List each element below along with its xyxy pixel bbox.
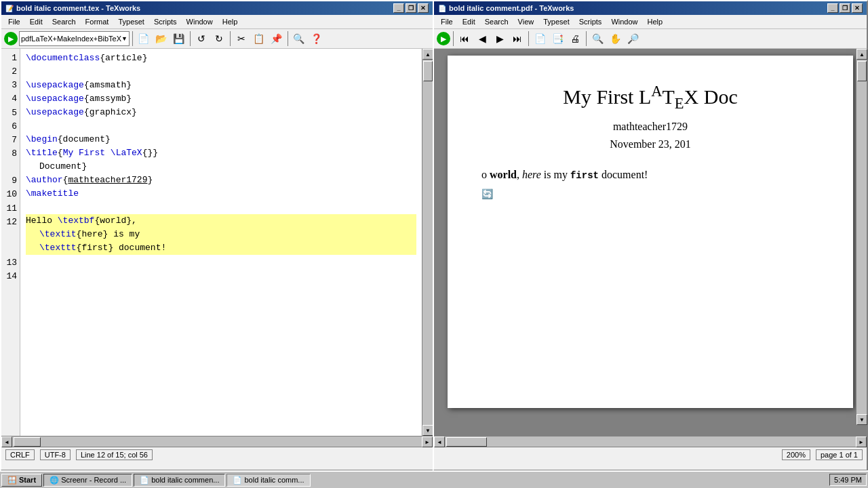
pdf-statusbar: 200% page 1 of 1 (434, 447, 867, 462)
pdf-doc-title: My First LATEX Doc (481, 83, 819, 113)
pdf-body-text: o world, here is my first document! (481, 167, 819, 183)
pdf-scroll-down[interactable]: ▼ (856, 414, 867, 425)
start-button[interactable]: 🪟 Start (1, 474, 42, 487)
pdf-restore-button[interactable]: ❐ (840, 3, 850, 13)
line-num-14: 14 (4, 270, 17, 283)
editor-status-charset: UTF-8 (40, 449, 71, 460)
pdf-next-page-button[interactable]: ▶ (492, 30, 508, 47)
code-line-14 (26, 268, 416, 282)
pdf-close-button[interactable]: ✕ (852, 3, 863, 13)
pdf-menu-view[interactable]: View (514, 16, 538, 27)
code-editor[interactable]: \documentclass{article} \usepackage{amsm… (20, 49, 422, 436)
pdf-scroll-up[interactable]: ▲ (856, 49, 867, 60)
taskbar-item-3[interactable]: 📄 bold italic comm... (226, 474, 310, 487)
editor-statusbar: CRLF UTF-8 Line 12 of 15; col 56 (1, 447, 433, 462)
editor-title: bold italic comment.tex - TeXworks (16, 4, 140, 12)
chevron-down-icon: ▼ (121, 35, 127, 42)
latex-A-char: A (651, 83, 662, 100)
editor-run-button[interactable]: ▶ (4, 32, 18, 45)
code-line-4: \usepackage{amssymb} (26, 92, 416, 106)
editor-redo-button[interactable]: ↻ (211, 30, 227, 47)
editor-new-button[interactable]: 📄 (136, 30, 152, 47)
pdf-first-page-button[interactable]: ⏮ (456, 30, 473, 47)
pdf-scroll-track (856, 60, 867, 414)
toolbar-sep-4 (288, 31, 288, 46)
editor-menu-help[interactable]: Help (218, 16, 242, 27)
pdf-titlebar-left: 📄 bold italic comment.pdf - TeXworks (438, 4, 574, 12)
pdf-hscroll-right[interactable]: ► (856, 436, 867, 447)
pdf-menu-typeset[interactable]: Typeset (539, 16, 574, 27)
editor-minimize-button[interactable]: _ (393, 3, 404, 13)
taskbar-item-2[interactable]: 📄 bold italic commen... (134, 474, 225, 487)
code-line-5: \usepackage{graphicx} (26, 106, 416, 119)
pdf-find-button[interactable]: 🔎 (625, 30, 641, 47)
editor-scroll-down[interactable]: ▼ (422, 425, 433, 436)
code-line-3: \usepackage{amsmath} (26, 79, 416, 92)
editor-hscroll-left[interactable]: ◄ (1, 436, 12, 447)
pdf-menu-search[interactable]: Search (481, 16, 513, 27)
text-cursor-icon: 🔄 (481, 188, 493, 199)
editor-menu-window[interactable]: Window (182, 16, 217, 27)
editor-hscroll-thumb[interactable] (14, 437, 41, 447)
pdf-hscroll-thumb[interactable] (446, 437, 487, 447)
editor-copy-button[interactable]: 📋 (251, 30, 267, 47)
pdf-last-page-button[interactable]: ⏭ (509, 30, 526, 47)
editor-menu-edit[interactable]: Edit (26, 16, 47, 27)
editor-toolbar: ▶ pdfLaTeX+MakeIndex+BibTeX ▼ 📄 📂 💾 ↺ ↻ … (1, 29, 433, 49)
line-num-1: 1 (4, 52, 17, 65)
editor-hscroll-right[interactable]: ► (422, 436, 433, 447)
editor-scroll-track (422, 60, 433, 425)
taskbar-item-1-label: Screenr - Record ... (61, 476, 126, 484)
code-line-8b: Document} (26, 160, 416, 174)
editor-cut-button[interactable]: ✂ (233, 30, 250, 47)
editor-help-button[interactable]: ❓ (309, 30, 325, 47)
editor-open-button[interactable]: 📂 (153, 30, 170, 47)
editor-menu-format[interactable]: Format (81, 16, 113, 27)
pdf-new-button[interactable]: 📄 (532, 30, 548, 47)
pdf-hscroll-left[interactable]: ◄ (434, 436, 445, 447)
editor-engine-dropdown[interactable]: pdfLaTeX+MakeIndex+BibTeX ▼ (19, 31, 130, 46)
editor-vscrollbar[interactable]: ▲ ▼ (422, 49, 433, 436)
pdf-save-button[interactable]: 📑 (549, 30, 566, 47)
editor-menu-typeset[interactable]: Typeset (114, 16, 149, 27)
editor-window: 📝 bold italic comment.tex - TeXworks _ ❐… (0, 0, 434, 471)
pdf-prev-page-button[interactable]: ◀ (474, 30, 490, 47)
pdf-menu-edit[interactable]: Edit (458, 16, 479, 27)
pdf-menu-file[interactable]: File (437, 16, 457, 27)
pdf-run-button[interactable]: ▶ (437, 32, 450, 45)
pdf-menu-help[interactable]: Help (644, 16, 667, 27)
pdf-scroll-thumb[interactable] (857, 61, 867, 81)
editor-restore-button[interactable]: ❐ (406, 3, 416, 13)
editor-app-icon: 📝 (5, 5, 14, 12)
pdf-content-wrapper: My First LATEX Doc mathteacher1729 Novem… (434, 49, 867, 436)
line-num-7: 7 (4, 134, 17, 147)
pdf-zoom-button[interactable]: 🔍 (589, 30, 606, 47)
cursor-area: 🔄 (481, 188, 819, 199)
pdf-hand-button[interactable]: ✋ (607, 30, 623, 47)
editor-close-button[interactable]: ✕ (418, 3, 429, 13)
pdf-hscrollbar: ◄ ► (434, 436, 867, 447)
taskbar-item-1[interactable]: 🌐 Screenr - Record ... (43, 474, 132, 487)
editor-search-button[interactable]: 🔍 (291, 30, 307, 47)
editor-menu-search[interactable]: Search (48, 16, 80, 27)
taskbar-item-2-icon: 📄 (140, 476, 149, 484)
code-line-7: \begin{document} (26, 133, 416, 146)
pdf-menu-window[interactable]: Window (607, 16, 642, 27)
editor-save-button[interactable]: 💾 (171, 30, 187, 47)
editor-undo-button[interactable]: ↺ (193, 30, 210, 47)
pdf-vscrollbar[interactable]: ▲ ▼ (856, 49, 867, 425)
editor-scroll-thumb[interactable] (423, 61, 433, 81)
editor-scroll-up[interactable]: ▲ (422, 49, 433, 60)
pdf-menu-scripts[interactable]: Scripts (575, 16, 606, 27)
editor-paste-button[interactable]: 📌 (269, 30, 285, 47)
pdf-print-button[interactable]: 🖨 (567, 30, 583, 47)
pdf-toolbar-sep-3 (586, 31, 587, 46)
editor-menu-scripts[interactable]: Scripts (150, 16, 181, 27)
editor-menu-file[interactable]: File (4, 16, 24, 27)
code-line-11 (26, 201, 416, 214)
pdf-titlebar-buttons: _ ❐ ✕ (827, 3, 863, 13)
pdf-titlebar: 📄 bold italic comment.pdf - TeXworks _ ❐… (434, 1, 867, 15)
pdf-page: My First LATEX Doc mathteacher1729 Novem… (448, 56, 853, 408)
code-line-12b: \textit{here} is my (26, 228, 416, 241)
pdf-minimize-button[interactable]: _ (827, 3, 838, 13)
